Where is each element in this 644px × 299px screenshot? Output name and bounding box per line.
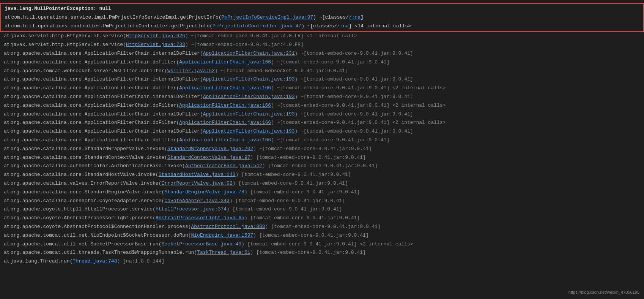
link-4[interactable]: HttpServlet.java:733 [126,41,185,49]
line-prefix: at [4,188,10,196]
stack-line-14: at org.apache.catalina.core.ApplicationF… [0,127,644,136]
line-suffix: ) ~[tomcat-embed-core-9.0.41.jar:9.0.41] [295,93,413,101]
link-28[interactable]: TaskThread.java:61 [197,249,250,257]
stack-line-7: at org.apache.tomcat.websocket.server.Ws… [0,67,644,76]
link-na-1[interactable]: /:na [349,14,361,22]
line-prefix: at [4,180,10,188]
link-16[interactable]: StandardWrapperValve.java:202 [167,145,253,153]
stack-line-27: at org.apache.tomcat.util.net.SocketProc… [0,240,644,249]
line-prefix: at [4,240,10,248]
stack-line-26: at org.apache.tomcat.util.net.NioEndpoin… [0,231,644,240]
line-prefix: at [4,197,10,205]
line-class: org.apache.tomcat.util.net.SocketProcess… [11,240,162,248]
exception-title: java.lang.NullPointerException: null [5,5,111,13]
line-end: ] [361,14,364,22]
line-suffix: ) ~[tomcat-embed-core-9.0.41.jar:9.0.41] [271,136,389,144]
stack-line-29: at java.lang.Thread.run(Thread.java:748)… [0,257,644,266]
link-24[interactable]: AbstractProcessorLight.java:65 [156,214,244,222]
stack-line-20: at org.apache.catalina.valves.ErrorRepor… [0,179,644,188]
line-suffix: ) [tomcat-embed-core-9.0.41.jar:9.0.41] [244,188,360,196]
line-class: org.apache.catalina.core.ApplicationFilt… [11,128,203,136]
link-11[interactable]: ApplicationFilterChain.java:166 [179,102,271,110]
link-19[interactable]: StandardHostValve.java:143 [159,171,236,179]
line-suffix: ) ~[tomcat-embed-core-9.0.41.jar:9.0.41]… [271,119,446,127]
line-suffix: ) [tomcat-embed-core-9.0.41.jar:9.0.41] [233,180,348,188]
line-class: org.apache.coyote.AbstractProcessorLight… [11,214,156,222]
link-12[interactable]: ApplicationFilterChain.java:193 [203,111,295,119]
line-prefix: at [4,93,10,101]
line-prefix: at [4,154,10,162]
line-prefix: at [4,102,10,110]
stack-line-10: at org.apache.catalina.core.ApplicationF… [0,93,644,101]
link-2[interactable]: PmPrjectInfoController.java:47 [213,22,301,30]
line-prefix: at [4,111,10,119]
line-class: org.apache.catalina.core.ApplicationFilt… [11,136,180,144]
line-class: org.apache.tomcat.util.net.NioEndpoint$S… [11,232,191,240]
stack-line-2: at com.httl.operations.controller.PmPrje… [1,22,643,31]
line-suffix: ) ~[tomcat-embed-core-9.0.41.jar:9.0.41] [271,59,389,66]
line-prefix: at [4,214,10,222]
line-end: ] <14 internal calls> [349,22,411,30]
line-class: org.apache.catalina.core.StandardEngineV… [11,188,165,196]
link-3[interactable]: HttpServlet.java:626 [126,32,185,40]
line-prefix: at [4,59,10,66]
stack-line-6: at org.apache.catalina.core.ApplicationF… [0,58,644,67]
link-17[interactable]: StandardContextValve.java:97 [167,154,250,162]
link-13[interactable]: ApplicationFilterChain.java:166 [179,119,271,127]
line-class: org.apache.catalina.connector.CoyoteAdap… [11,197,165,205]
line-class: org.apache.catalina.core.ApplicationFilt… [11,84,180,92]
stack-line-28: at org.apache.tomcat.util.threads.TaskTh… [0,248,644,257]
line-class: org.apache.catalina.core.ApplicationFilt… [11,102,180,110]
link-15[interactable]: ApplicationFilterChain.java:166 [179,136,271,144]
stack-line-23: at org.apache.coyote.http11.Http11Proces… [0,205,644,214]
line-prefix: at [4,50,10,58]
line-prefix: at [4,223,10,231]
stack-line-21: at org.apache.catalina.core.StandardEngi… [0,188,644,197]
line-suffix: ) ~[tomcat-embed-core-9.0.41.jar:9.0.41]… [271,84,446,92]
line-class: com.httl.operations.controller.PmPrjectI… [11,22,213,30]
link-8[interactable]: ApplicationFilterChain.java:193 [203,76,295,84]
line-suffix: ) [tomcat-embed-core-9.0.41.jar:9.0.41] … [241,240,413,248]
link-14[interactable]: ApplicationFilterChain.java:193 [203,128,295,136]
line-class: org.apache.tomcat.util.threads.TaskThrea… [11,249,197,257]
link-18[interactable]: AuthenticatorBase.java:542 [185,162,262,170]
link-25[interactable]: AbstractProtocol.java:888 [191,223,265,231]
link-5[interactable]: ApplicationFilterChain.java:231 [203,50,295,58]
link-na-2[interactable]: /:na [337,22,349,30]
line-class: javax.servlet.http.HttpServlet.service( [11,32,126,40]
link-21[interactable]: StandardEngineValve.java:78 [164,188,244,196]
line-class: org.apache.catalina.core.StandardContext… [11,154,167,162]
line-suffix: ) [na:1.8.0_144] [117,258,164,266]
link-26[interactable]: NioEndpoint.java:1597 [191,232,254,240]
link-7[interactable]: WsFilter.java:53 [167,67,215,75]
link-22[interactable]: CoyoteAdapter.java:343 [164,197,230,205]
stack-line-19: at org.apache.catalina.core.StandardHost… [0,171,644,179]
link-27[interactable]: SocketProcessorBase.java:49 [161,240,241,248]
link-20[interactable]: ErrorReportValve.java:92 [161,180,232,188]
link-1[interactable]: PmPrjectInfoServiceImpl.java:97 [222,14,313,22]
exception-header-line: java.lang.NullPointerException: null [1,5,643,13]
link-9[interactable]: ApplicationFilterChain.java:166 [179,84,271,92]
stack-line-16: at org.apache.catalina.core.StandardWrap… [0,145,644,153]
stack-line-8: at org.apache.catalina.core.ApplicationF… [0,75,644,84]
line-class: org.apache.catalina.core.StandardHostVal… [11,171,159,179]
stack-line-4: at javax.servlet.http.HttpServlet.servic… [0,41,644,49]
line-prefix: at [4,171,10,179]
line-class: org.apache.coyote.AbstractProtocol$Conne… [11,223,191,231]
stack-line-11: at org.apache.catalina.core.ApplicationF… [0,101,644,110]
link-10[interactable]: ApplicationFilterChain.java:193 [203,93,295,101]
line-suffix: ) [tomcat-embed-core-9.0.41.jar:9.0.41] [265,223,381,231]
line-prefix: at [4,136,10,144]
line-prefix: at [4,84,10,92]
link-6[interactable]: ApplicationFilterChain.java:166 [179,59,271,66]
watermark: https://blog.csdn.net/weixin_47056195 [568,290,639,294]
line-prefix: at [4,145,10,153]
line-prefix: at [4,206,10,214]
line-suffix: ) [tomcat-embed-core-9.0.41.jar:9.0.41] [253,232,368,240]
link-23[interactable]: Http11Processor.java:374 [156,206,227,214]
line-prefix: at [4,249,10,257]
stack-line-12: at org.apache.catalina.core.ApplicationF… [0,110,644,119]
line-suffix: ) ~[tomcat-embed-core-9.0.41.jar:9.0.41] [295,76,413,84]
highlighted-exception-region: java.lang.NullPointerException: null at … [0,3,644,32]
link-29[interactable]: Thread.java:748 [72,258,117,266]
